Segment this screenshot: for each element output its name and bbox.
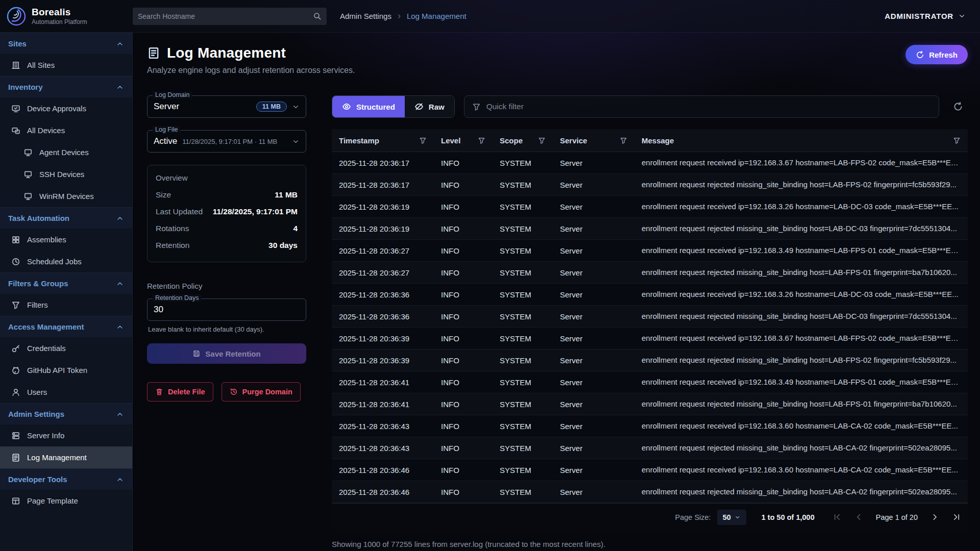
cell-timestamp: 2025-11-28 20:36:27 bbox=[332, 262, 434, 283]
retention-days-field[interactable]: Retention Days bbox=[147, 298, 306, 321]
cell-service: Server bbox=[553, 240, 634, 261]
chevron-down-icon bbox=[292, 103, 300, 111]
purge-domain-button[interactable]: Purge Domain bbox=[222, 382, 301, 402]
next-page-button[interactable] bbox=[927, 510, 942, 525]
cell-scope: SYSTEM bbox=[493, 437, 553, 459]
cell-service: Server bbox=[553, 371, 634, 393]
cell-service: Server bbox=[553, 328, 634, 349]
retention-days-input[interactable] bbox=[154, 305, 300, 315]
sidebar-section-sites[interactable]: Sites bbox=[0, 33, 132, 54]
sidebar-item-users[interactable]: Users bbox=[0, 381, 132, 403]
chevron-down-icon bbox=[958, 12, 966, 20]
cell-message: enrollment request rejected missing_site… bbox=[634, 481, 968, 503]
sidebar-item-credentials[interactable]: Credentials bbox=[0, 337, 132, 359]
sidebar-item-server-info[interactable]: Server Info bbox=[0, 424, 132, 446]
view-structured-button[interactable]: Structured bbox=[332, 96, 405, 117]
grid-icon bbox=[11, 235, 20, 244]
quick-filter[interactable] bbox=[464, 95, 939, 118]
cell-message: enrollment request received ip=192.168.3… bbox=[634, 284, 968, 305]
brand-title: Borealis bbox=[32, 7, 87, 18]
log-row: 2025-11-28 20:36:27INFOSYSTEMServerenrol… bbox=[332, 240, 968, 262]
sidebar-item-page-template[interactable]: Page Template bbox=[0, 490, 132, 512]
last-page-button[interactable] bbox=[948, 510, 964, 525]
column-filter-icon[interactable] bbox=[620, 137, 627, 144]
column-header-service[interactable]: Service bbox=[553, 129, 634, 152]
refresh-button[interactable]: Refresh bbox=[905, 45, 968, 64]
column-filter-icon[interactable] bbox=[478, 137, 485, 144]
pagination-bar: Page Size: 50 1 to 50 of 1,000 Page 1 of… bbox=[332, 503, 968, 531]
sidebar-section-task-automation[interactable]: Task Automation bbox=[0, 207, 132, 229]
sidebar-section-developer-tools[interactable]: Developer Tools bbox=[0, 468, 132, 490]
sidebar-section-access-management[interactable]: Access Management bbox=[0, 316, 132, 337]
cell-message: enrollment request rejected missing_site… bbox=[634, 218, 968, 239]
save-retention-button[interactable]: Save Retention bbox=[147, 343, 306, 364]
page-indicator: Page 1 of 20 bbox=[876, 513, 918, 521]
delete-file-button[interactable]: Delete File bbox=[147, 382, 213, 402]
breadcrumb-item-log-management[interactable]: Log Management bbox=[407, 12, 467, 20]
overview-row-rotations: Rotations4 bbox=[156, 224, 298, 233]
log-domain-select[interactable]: Log Domain Server 11 MB bbox=[147, 95, 306, 118]
page-size-select[interactable]: 50 bbox=[717, 510, 746, 525]
cell-level: INFO bbox=[434, 371, 493, 393]
chevron-up-icon bbox=[116, 40, 124, 48]
retention-policy-title: Retention Policy bbox=[147, 282, 306, 290]
sidebar-item-assemblies[interactable]: Assemblies bbox=[0, 229, 132, 251]
save-icon bbox=[192, 349, 201, 358]
log-row: 2025-11-28 20:36:27INFOSYSTEMServerenrol… bbox=[332, 262, 968, 284]
breadcrumb-item-admin-settings[interactable]: Admin Settings bbox=[340, 12, 391, 20]
column-filter-icon[interactable] bbox=[538, 137, 546, 144]
domain-size-badge: 11 MB bbox=[256, 102, 287, 112]
search-input[interactable] bbox=[138, 12, 313, 20]
sidebar-item-scheduled-jobs[interactable]: Scheduled Jobs bbox=[0, 251, 132, 272]
column-header-timestamp[interactable]: Timestamp bbox=[332, 129, 434, 152]
sidebar-item-all-sites[interactable]: All Sites bbox=[0, 54, 132, 76]
monitor-icon bbox=[23, 192, 33, 201]
cell-level: INFO bbox=[434, 459, 493, 481]
cell-level: INFO bbox=[434, 174, 493, 195]
sidebar-item-device-approvals[interactable]: Device Approvals bbox=[0, 97, 132, 119]
cell-level: INFO bbox=[434, 481, 493, 503]
devices-icon bbox=[11, 126, 20, 135]
chevron-up-icon bbox=[116, 280, 124, 288]
table-refresh-button[interactable] bbox=[948, 97, 968, 116]
cell-timestamp: 2025-11-28 20:36:46 bbox=[332, 481, 434, 503]
column-header-message[interactable]: Message bbox=[634, 129, 968, 152]
sidebar-item-github-api-token[interactable]: GitHub API Token bbox=[0, 359, 132, 381]
topbar: Borealis Automation Platform Admin Setti… bbox=[0, 0, 980, 33]
column-filter-icon[interactable] bbox=[953, 137, 961, 144]
log-viewer: StructuredRaw TimestampLevelScopeService… bbox=[332, 95, 968, 551]
building-icon bbox=[11, 61, 20, 70]
sidebar-item-agent-devices[interactable]: Agent Devices bbox=[0, 141, 132, 163]
sidebar-section-inventory[interactable]: Inventory bbox=[0, 76, 132, 97]
page-header: Log Management Analyze engine logs and a… bbox=[147, 45, 968, 75]
cell-scope: SYSTEM bbox=[493, 306, 553, 327]
prev-page-button[interactable] bbox=[851, 510, 867, 525]
log-row: 2025-11-28 20:36:43INFOSYSTEMServerenrol… bbox=[332, 437, 968, 459]
column-filter-icon[interactable] bbox=[419, 137, 427, 144]
log-file-select[interactable]: Log File Active 11/28/2025, 9:17:01 PM ·… bbox=[147, 130, 306, 153]
cell-scope: SYSTEM bbox=[493, 371, 553, 393]
cell-scope: SYSTEM bbox=[493, 415, 553, 437]
column-header-scope[interactable]: Scope bbox=[493, 129, 553, 152]
cell-service: Server bbox=[553, 349, 634, 371]
refresh-icon bbox=[916, 51, 924, 59]
sidebar-item-winrm-devices[interactable]: WinRM Devices bbox=[0, 185, 132, 207]
brand[interactable]: Borealis Automation Platform bbox=[6, 6, 133, 27]
sidebar-item-all-devices[interactable]: All Devices bbox=[0, 119, 132, 141]
cell-level: INFO bbox=[434, 240, 493, 261]
cell-timestamp: 2025-11-28 20:36:17 bbox=[332, 152, 434, 173]
cell-level: INFO bbox=[434, 349, 493, 371]
sidebar-item-ssh-devices[interactable]: SSH Devices bbox=[0, 163, 132, 185]
user-menu[interactable]: ADMINISTRATOR bbox=[885, 12, 966, 20]
hostname-search[interactable] bbox=[133, 8, 327, 25]
column-header-level[interactable]: Level bbox=[434, 129, 493, 152]
sidebar-section-admin-settings[interactable]: Admin Settings bbox=[0, 403, 132, 424]
quick-filter-input[interactable] bbox=[486, 102, 931, 111]
view-raw-button[interactable]: Raw bbox=[405, 96, 454, 117]
sidebar-item-log-management[interactable]: Log Management bbox=[0, 446, 132, 468]
sidebar-section-filters-groups[interactable]: Filters & Groups bbox=[0, 272, 132, 294]
overview-row-retention: Retention30 days bbox=[156, 241, 298, 250]
first-page-button[interactable] bbox=[830, 510, 845, 525]
cell-level: INFO bbox=[434, 196, 493, 217]
sidebar-item-filters[interactable]: Filters bbox=[0, 294, 132, 316]
